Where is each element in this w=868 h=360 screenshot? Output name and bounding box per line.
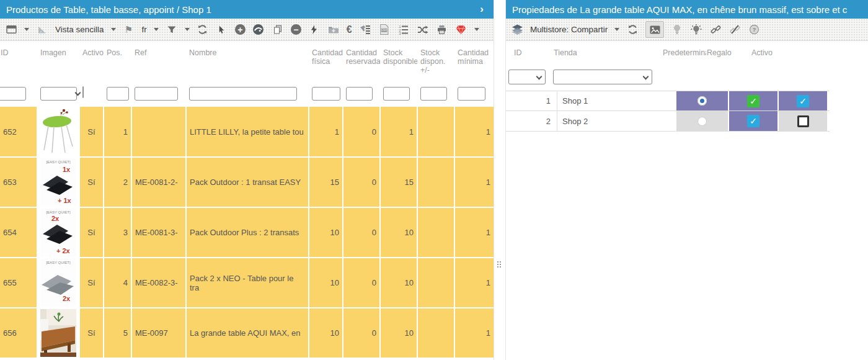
cell-id[interactable]: 655 [0,258,37,308]
col-header-id[interactable]: ID [0,41,37,87]
filter-ref-input[interactable] [135,87,178,101]
gift-checkbox-cell[interactable] [728,111,777,131]
cell-activo[interactable]: Sí [79,308,104,358]
show-images-button[interactable] [645,21,664,38]
view-mode-icon[interactable] [36,24,48,36]
print-icon[interactable] [436,24,448,36]
radio-icon[interactable] [698,117,707,126]
filter-stock-disponible-input[interactable] [383,87,410,101]
col-header-pos[interactable]: Pos. [104,41,131,87]
cell-cantidad-fisica[interactable]: 15 [309,157,343,207]
cell-cantidad-fisica[interactable]: 10 [309,308,343,358]
shuffle-icon[interactable] [417,24,429,36]
cell-cantidad-reservada[interactable]: 0 [343,258,380,308]
table-row[interactable]: 655 [EASY QUIET] 2x Sí 4 ME-0082-3- Pac [0,258,494,308]
columns-layout-caret[interactable] [24,28,29,31]
active-checkbox-cell[interactable] [777,91,827,110]
cell-ref[interactable] [131,107,186,157]
product-image[interactable]: [EASY QUIET] 2x + 2x [37,207,79,258]
cell-nombre[interactable]: Pack Outdoor : 1 transat EASY [186,157,309,207]
filter-cantidad-reservada-input[interactable] [346,87,373,101]
language-label[interactable]: fr [142,25,147,34]
filter-icon[interactable] [166,24,178,36]
cell-nombre[interactable]: LITTLE LILLY, la petite table tou [186,107,309,157]
panel-resize-divider[interactable] [494,0,505,360]
table-row[interactable]: 652 Sí 1 LITTLE LILLY, la petite tab [0,107,494,157]
col-header-cantidad-reservada[interactable]: Cantidad reservada [343,41,380,87]
shop-row[interactable]: 2 Shop 2 [506,111,830,132]
prices-euro-icon[interactable]: € [347,24,352,35]
cell-id[interactable]: 654 [0,207,37,258]
cell-activo[interactable]: Sí [79,258,104,308]
cell-id[interactable]: 653 [0,157,37,207]
cell-stock-disponible[interactable]: 10 [380,258,417,308]
filter-imagen-input[interactable] [40,87,77,101]
cell-id[interactable]: 656 [0,308,37,358]
col-header-ref[interactable]: Ref [131,41,186,87]
cell-cantidad-fisica[interactable]: 10 [309,258,343,308]
cell-stock-disponible[interactable]: 15 [380,157,417,207]
cell-id[interactable]: 652 [0,107,37,157]
multistore-caret[interactable] [614,28,619,31]
lightning-icon[interactable] [308,24,321,36]
cell-activo[interactable]: Sí [79,157,104,207]
cell-pos[interactable]: 4 [104,258,131,308]
cell-activo[interactable]: Sí [79,207,104,258]
cell-pos[interactable]: 1 [104,107,131,157]
col-header-regalo[interactable]: Regalo [707,48,732,57]
checkbox-icon[interactable] [747,115,760,127]
cell-nombre[interactable]: Pack Outdoor Plus : 2 transats [186,207,309,258]
cell-stock-disponible[interactable]: 10 [380,207,417,258]
cell-ref[interactable]: ME-0097 [131,308,186,358]
view-mode-label[interactable]: Vista sencilla [55,25,104,34]
filter-id-select[interactable] [508,70,546,84]
filter-stock-dispon-input[interactable] [420,87,447,101]
cell-cantidad-fisica[interactable]: 1 [309,107,343,157]
cell-cantidad-minima[interactable]: 1 [454,207,494,258]
panel-collapse-chevron[interactable]: › [476,3,487,16]
cell-stock-dispon[interactable] [417,107,454,157]
filter-pos-input[interactable] [107,87,129,101]
refresh-icon[interactable] [197,24,209,36]
col-header-stock-dispon[interactable]: Stock dispon. +/- [417,41,454,87]
col-header-id[interactable]: ID [514,48,522,57]
cell-cantidad-minima[interactable]: 1 [454,258,494,308]
col-header-stock-disponible[interactable]: Stock disponible [380,41,417,87]
premium-caret[interactable] [474,28,479,31]
filter-cantidad-minima-input[interactable] [458,87,485,101]
filter-caret[interactable] [185,28,190,31]
shop-row[interactable]: 1 Shop 1 [506,91,830,111]
cell-pos[interactable]: 2 [104,157,131,207]
cell-stock-dispon[interactable] [417,207,454,258]
cell-ref[interactable]: ME-0082-3- [131,258,186,308]
view-mode-caret[interactable] [111,28,116,31]
cell-cantidad-minima[interactable]: 1 [454,308,494,358]
cell-activo[interactable]: Sí [79,107,104,157]
cell-ref[interactable]: ME-0081-2- [131,157,186,207]
cell-cantidad-fisica[interactable]: 10 [309,207,343,258]
ordered-list-icon[interactable]: 123 [397,24,410,36]
col-header-tienda[interactable]: Tienda [554,48,577,57]
add-product-icon[interactable]: + [235,24,246,35]
cell-stock-dispon[interactable] [417,258,454,308]
divider-grip-icon[interactable] [497,261,501,268]
filter-cantidad-fisica-input[interactable] [312,87,340,101]
table-row[interactable]: 653 [EASY QUIET] 1x + 1x Sí 2 ME-00 [0,157,494,207]
cell-pos[interactable]: 3 [104,207,131,258]
filter-nombre-input[interactable] [189,87,297,101]
default-shop-radio-cell[interactable] [676,111,728,131]
csv-export-icon[interactable]: CSV [378,24,391,36]
cell-cantidad-reservada[interactable]: 0 [343,107,380,157]
checkbox-icon[interactable] [747,95,760,107]
cell-stock-disponible[interactable]: 10 [380,308,417,358]
language-caret[interactable] [154,28,159,31]
active-checkbox-cell[interactable] [777,111,827,131]
lightbulb-off-icon[interactable] [671,24,683,36]
col-header-nombre[interactable]: Nombre [186,41,309,87]
table-row[interactable]: 654 [EASY QUIET] 2x + 2x Sí 3 ME-00 [0,207,494,258]
multistore-mode-label[interactable]: Multistore: Compartir [530,25,608,34]
cell-stock-dispon[interactable] [417,157,454,207]
filter-tienda-select[interactable] [553,70,652,84]
cursor-select-icon[interactable] [216,24,228,36]
col-header-activo[interactable]: Activo [751,48,773,57]
